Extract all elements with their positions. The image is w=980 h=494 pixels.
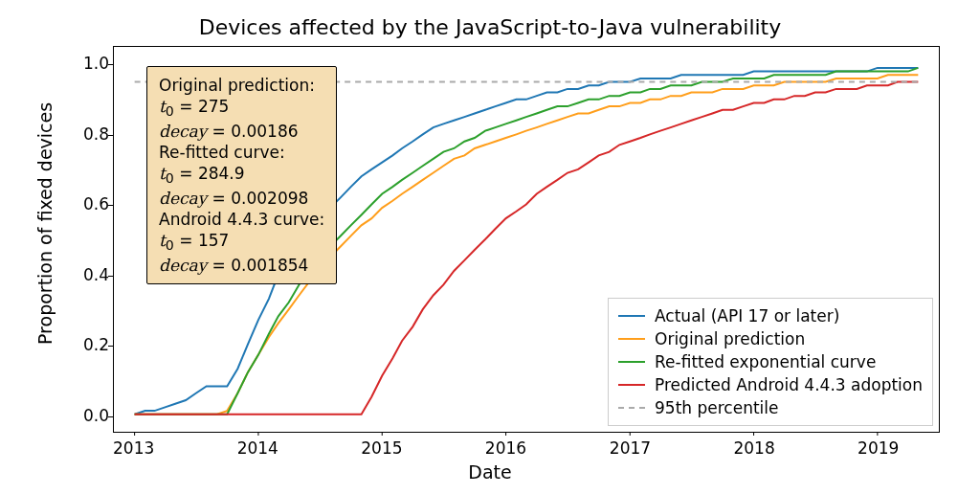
y-tick-label: 0.0: [71, 406, 109, 425]
legend-swatch: [618, 361, 645, 363]
legend-item: Original prediction: [618, 327, 923, 350]
legend-swatch: [618, 338, 645, 340]
annot-line: t0 = 284.9: [159, 163, 324, 188]
chart-title: Devices affected by the JavaScript-to-Ja…: [0, 15, 980, 39]
y-tick-label: 0.6: [71, 194, 109, 213]
legend-label: Original prediction: [655, 329, 805, 348]
annot-line: decay = 0.002098: [159, 188, 324, 209]
legend-item: 95th percentile: [618, 396, 923, 419]
annot-line: Re-fitted curve:: [159, 142, 324, 163]
x-tick-label: 2017: [610, 438, 651, 458]
y-tick-label: 0.4: [71, 265, 109, 284]
x-tick-label: 2013: [113, 438, 154, 458]
legend-item: Actual (API 17 or later): [618, 304, 923, 327]
annot-line: t0 = 275: [159, 96, 324, 121]
y-tick-label: 1.0: [71, 54, 109, 73]
legend-swatch: [618, 384, 645, 386]
legend-item: Predicted Android 4.4.3 adoption: [618, 373, 923, 396]
y-axis-label: Proportion of fixed devices: [34, 102, 56, 345]
x-axis-label: Date: [0, 461, 980, 483]
legend-label: 95th percentile: [655, 398, 779, 417]
annot-line: t0 = 157: [159, 230, 324, 255]
legend-label: Predicted Android 4.4.3 adoption: [655, 375, 923, 394]
x-tick-label: 2018: [733, 438, 774, 458]
annot-line: decay = 0.00186: [159, 121, 324, 142]
x-tick-label: 2014: [237, 438, 278, 458]
x-tick-label: 2019: [858, 438, 899, 458]
x-tick-label: 2016: [485, 438, 526, 458]
plot-area: Original prediction: t0 = 275 decay = 0.…: [113, 46, 940, 433]
parameter-annotation-box: Original prediction: t0 = 275 decay = 0.…: [146, 66, 337, 284]
annot-line: decay = 0.001854: [159, 255, 324, 276]
legend-swatch: [618, 315, 645, 317]
x-tick-label: 2015: [361, 438, 402, 458]
annot-line: Android 4.4.3 curve:: [159, 209, 324, 230]
annot-line: Original prediction:: [159, 75, 324, 96]
legend-swatch: [618, 407, 645, 409]
legend-item: Re-fitted exponential curve: [618, 350, 923, 373]
legend: Actual (API 17 or later)Original predict…: [608, 298, 933, 426]
y-tick-label: 0.8: [71, 124, 109, 144]
legend-label: Actual (API 17 or later): [655, 306, 839, 326]
y-tick-label: 0.2: [71, 335, 109, 354]
legend-label: Re-fitted exponential curve: [655, 352, 876, 371]
